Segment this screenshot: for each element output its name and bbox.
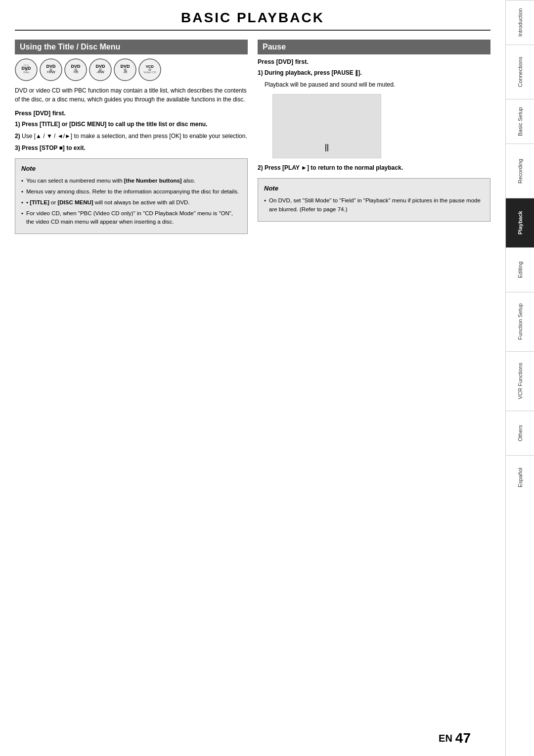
left-note-title: Note	[21, 164, 241, 174]
en-label: EN	[439, 733, 452, 744]
sidebar-item-functionsetup: Function Setup	[506, 292, 534, 351]
svg-text:DVD: DVD	[95, 64, 105, 69]
svg-text:-R: -R	[123, 70, 128, 74]
pause-screenshot: Ⅱ	[272, 94, 381, 158]
right-note-item-1: On DVD, set "Still Mode" to "Field" in "…	[264, 196, 484, 214]
right-note-box: Note On DVD, set "Still Mode" to "Field"…	[258, 178, 490, 222]
sidebar-item-connections: Connections	[506, 45, 534, 99]
svg-text:Video CD: Video CD	[143, 71, 156, 74]
left-note-item-4: For video CD, when "PBC (Video CD only)"…	[21, 209, 241, 227]
sidebar-item-playback: Playback	[506, 198, 534, 247]
left-step1: 1) Press [TITLE] or [DISC MENU] to call …	[15, 120, 248, 129]
svg-text:DVD: DVD	[71, 64, 81, 69]
left-section-header: Using the Title / Disc Menu	[15, 40, 248, 54]
sidebar-item-recording: Recording	[506, 143, 534, 198]
left-column: Using the Title / Disc Menu DVD DVD Vide…	[15, 40, 248, 234]
sidebar-item-vcr: VCR Functions	[506, 351, 534, 411]
svg-text:+RW: +RW	[46, 70, 55, 74]
svg-text:VCD: VCD	[146, 64, 154, 69]
left-note-item-1: You can select a numbered menu with [the…	[21, 177, 241, 186]
svg-text:Video: Video	[23, 71, 30, 74]
svg-text:DVD: DVD	[120, 64, 130, 69]
left-note-item-3: • [TITLE] or [DISC MENU] will not always…	[21, 198, 241, 207]
left-note-item-2: Menus vary among discs. Refer to the inf…	[21, 188, 241, 196]
pause-symbol: Ⅱ	[324, 142, 329, 154]
svg-text:DVD: DVD	[46, 64, 56, 69]
left-step3: 3) Press [STOP ■] to exit.	[15, 143, 248, 152]
right-step1-sub: Playback will be paused and sound will b…	[258, 80, 490, 89]
dvd-minus-rw-badge: DVD -RW	[89, 58, 112, 81]
sidebar-item-others: Others	[506, 411, 534, 455]
right-press-label: Press [DVD] first.	[258, 58, 490, 65]
right-column: Pause Press [DVD] first. 1) During playb…	[258, 40, 490, 234]
svg-text:-RW: -RW	[96, 70, 104, 74]
left-note-box: Note You can select a numbered menu with…	[15, 158, 248, 234]
dvd-plus-rw-badge: DVD +RW	[40, 58, 62, 81]
sidebar-item-espanol: Español	[506, 455, 534, 500]
left-intro-text: DVD or video CD with PBC function may co…	[15, 86, 248, 104]
svg-text:+R: +R	[73, 70, 79, 74]
vcd-badge: VCD Video CD	[138, 58, 161, 81]
page-number: 47	[455, 730, 471, 746]
disc-badges: DVD DVD Video DVD +RW	[15, 58, 248, 81]
right-section-header: Pause	[258, 40, 490, 54]
left-press-label: Press [DVD] first.	[15, 110, 248, 117]
sidebar-item-editing: Editing	[506, 247, 534, 292]
sidebar-item-basicsetup: Basic Setup	[506, 99, 534, 143]
right-step2: 2) Press [PLAY ►] to return to the norma…	[258, 163, 490, 172]
page-number-row: EN 47	[439, 730, 471, 746]
page-title: BASIC PLAYBACK	[15, 10, 490, 31]
svg-text:DVD: DVD	[21, 66, 31, 71]
left-step2: 2) Use [▲ / ▼ / ◄/►] to make a selection…	[15, 132, 248, 141]
dvd-video-badge: DVD DVD Video	[15, 58, 38, 81]
right-note-title: Note	[264, 184, 484, 193]
dvd-minus-r-badge: DVD -R	[114, 58, 136, 81]
dvd-plus-r-badge: DVD +R	[64, 58, 87, 81]
right-step1: 1) During playback, press [PAUSE ‖].	[258, 68, 490, 77]
sidebar-item-introduction: Introduction	[506, 0, 534, 45]
right-sidebar: Introduction Connections Basic Setup Rec…	[505, 0, 534, 756]
